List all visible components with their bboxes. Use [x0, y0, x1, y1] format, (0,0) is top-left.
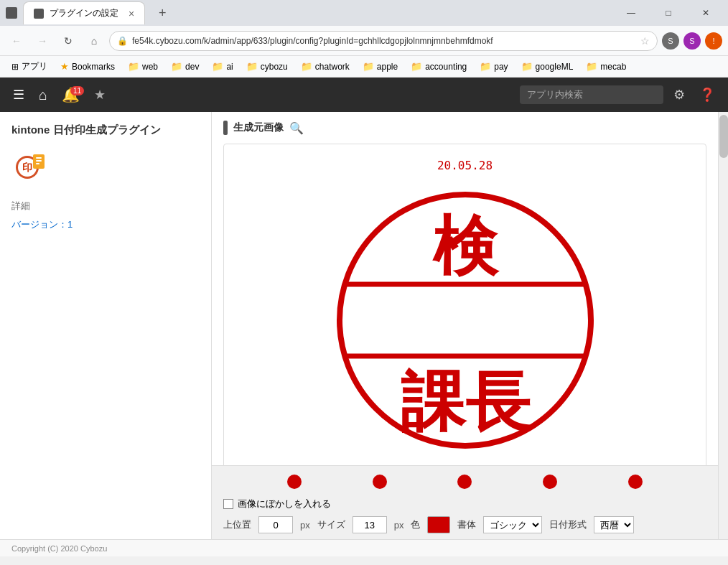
url-bar[interactable]: 🔒 fe54k.cybozu.com/k/admin/app/633/plugi…	[109, 31, 658, 51]
sidebar-version-label: バージョン：1	[11, 218, 200, 231]
footer: Copyright (C) 2020 Cybozu	[0, 539, 728, 556]
color-dot-4[interactable]	[543, 475, 557, 489]
blur-checkbox[interactable]	[223, 499, 233, 509]
new-tab-button[interactable]: +	[151, 3, 174, 23]
browser-tab[interactable]: プラグインの設定 ×	[23, 1, 145, 24]
svg-text:課長: 課長	[401, 367, 531, 438]
notification-wrapper: 🔔 11	[57, 86, 84, 103]
address-bar: ← → ↻ ⌂ 🔒 fe54k.cybozu.com/k/admin/app/6…	[0, 26, 728, 56]
settings-icon[interactable]: ⚙	[669, 83, 689, 107]
date-format-label: 日付形式	[549, 518, 587, 531]
scrollbar[interactable]	[718, 112, 728, 539]
forward-button[interactable]: →	[32, 30, 53, 52]
folder-icon: 📁	[128, 61, 139, 72]
bookmark-label: apple	[377, 62, 398, 72]
apps-label: アプリ	[22, 60, 47, 73]
svg-text:印: 印	[22, 162, 32, 173]
bookmark-pay[interactable]: 📁 pay	[474, 59, 513, 74]
position-unit: px	[300, 520, 310, 531]
notification-ext-button[interactable]: !	[705, 32, 722, 50]
bookmark-star-icon: ★	[60, 61, 69, 72]
scroll-thumb[interactable]	[719, 115, 728, 158]
bookmark-bookmarks[interactable]: ★ Bookmarks	[55, 59, 121, 74]
bookmark-label: Bookmarks	[72, 62, 115, 72]
title-bar: プラグインの設定 × + — □ ✕	[0, 0, 728, 26]
tab-icon	[34, 9, 44, 19]
apps-icon: ⊞	[11, 62, 19, 72]
bookmark-accounting[interactable]: 📁 accounting	[405, 59, 472, 74]
app-search-bar[interactable]: アプリ内検索	[520, 85, 663, 104]
home-button[interactable]: ⌂	[83, 30, 105, 52]
tab-close[interactable]: ×	[129, 8, 134, 19]
url-text: fe54k.cybozu.com/k/admin/app/633/plugin/…	[132, 36, 636, 46]
color-dot-1[interactable]	[287, 475, 302, 489]
maximize-button[interactable]: □	[652, 2, 685, 24]
dots-row	[223, 472, 706, 492]
content-wrapper: 生成元画像 🔍 20.05.28 検	[212, 112, 718, 539]
sidebar-detail-label: 詳細	[11, 200, 200, 213]
hamburger-menu-button[interactable]: ☰	[9, 83, 29, 107]
apps-button[interactable]: ⊞ アプリ	[6, 58, 53, 75]
font-label: 書体	[457, 518, 476, 531]
profile-button[interactable]: S	[683, 32, 701, 50]
font-select[interactable]: ゴシック 明朝	[483, 516, 542, 533]
bookmark-ai[interactable]: 📁 ai	[206, 59, 238, 74]
position-input[interactable]	[258, 516, 293, 533]
bookmark-label: chatwork	[315, 62, 350, 72]
bookmark-dev[interactable]: 📁 dev	[165, 59, 205, 74]
plugin-logo: 印	[11, 149, 200, 185]
sidebar: kintone 日付印生成プラグイン 印 詳細 バージョン：1	[0, 112, 212, 539]
folder-icon: 📁	[363, 61, 374, 72]
home-app-button[interactable]: ⌂	[34, 83, 52, 108]
folder-icon: 📁	[586, 61, 597, 72]
section-marker	[223, 121, 228, 135]
close-button[interactable]: ✕	[689, 2, 722, 24]
section-header: 生成元画像 🔍	[223, 121, 706, 135]
folder-icon: 📁	[521, 61, 533, 72]
bookmark-chatwork[interactable]: 📁 chatwork	[295, 59, 355, 74]
lock-icon: 🔒	[117, 36, 128, 46]
stamp-date: 20.05.28	[437, 159, 493, 172]
svg-rect-5	[36, 160, 42, 162]
color-picker[interactable]	[427, 516, 450, 533]
folder-icon: 📁	[171, 61, 182, 72]
content-area: 生成元画像 🔍 20.05.28 検	[212, 112, 718, 465]
bookmark-apple[interactable]: 📁 apple	[357, 59, 403, 74]
color-dot-3[interactable]	[457, 475, 472, 489]
help-icon[interactable]: ❓	[695, 83, 719, 107]
color-dot-5[interactable]	[628, 475, 643, 489]
bookmark-label: dev	[185, 62, 199, 72]
stamp-canvas: 20.05.28 検 課長	[223, 144, 706, 465]
size-unit: px	[394, 520, 404, 531]
favorites-icon[interactable]: ★	[90, 83, 110, 107]
plugin-title: kintone 日付印生成プラグイン	[11, 123, 200, 137]
position-label: 上位置	[223, 518, 251, 531]
controls-row: 上位置 px サイズ px 色 書体 ゴシック 明朝 日付形式 西暦 和暦	[223, 516, 706, 533]
app-bar: ☰ ⌂ 🔔 11 ★ アプリ内検索 ⚙ ❓	[0, 78, 728, 112]
bookmark-cybozu[interactable]: 📁 cybozu	[241, 59, 294, 74]
minimize-button[interactable]: —	[615, 2, 648, 24]
bottom-controls: 画像にぼかしを入れる 上位置 px サイズ px 色 書体 ゴシック 明朝 日付…	[212, 465, 718, 539]
folder-icon: 📁	[212, 61, 223, 72]
date-format-select[interactable]: 西暦 和暦	[594, 516, 634, 533]
bookmark-star-icon[interactable]: ☆	[640, 35, 650, 47]
bookmark-label: ai	[226, 62, 233, 72]
back-button[interactable]: ←	[6, 30, 27, 52]
magnify-icon[interactable]: 🔍	[289, 121, 304, 135]
color-dot-2[interactable]	[373, 475, 387, 489]
size-label: サイズ	[317, 518, 345, 531]
stamp-image: 検 課長	[329, 184, 602, 457]
bookmark-googleml[interactable]: 📁 googleML	[515, 59, 579, 74]
svg-rect-6	[36, 163, 39, 164]
bookmark-web[interactable]: 📁 web	[122, 59, 164, 74]
svg-rect-4	[36, 157, 42, 159]
size-input[interactable]	[353, 516, 387, 533]
refresh-button[interactable]: ↻	[57, 30, 79, 52]
footer-text: Copyright (C) 2020 Cybozu	[11, 544, 107, 553]
folder-icon: 📁	[411, 61, 422, 72]
folder-icon: 📁	[246, 61, 258, 72]
svg-text:検: 検	[432, 211, 500, 282]
extension-button[interactable]: S	[662, 32, 679, 50]
tab-title: プラグインの設定	[50, 7, 118, 19]
bookmark-mecab[interactable]: 📁 mecab	[580, 59, 632, 74]
